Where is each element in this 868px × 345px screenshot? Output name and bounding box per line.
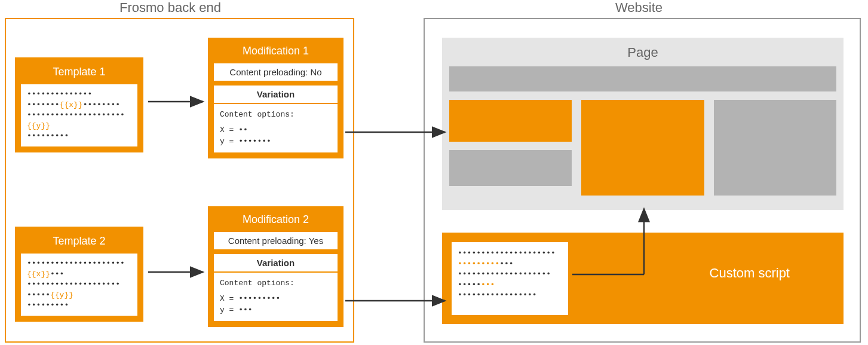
page-banner: [449, 66, 836, 91]
template-2-title: Template 2: [21, 233, 137, 254]
template-2-code: ••••••••••••••••••••• {{x}}••• •••••••••…: [21, 254, 137, 316]
modification-1-options: Content options: X = •• y = •••••••: [214, 103, 338, 152]
page-slot-1: [449, 100, 572, 142]
modification-1-title: Modification 1: [214, 44, 338, 63]
custom-script-title: Custom script: [710, 265, 790, 281]
page-slot-4: [714, 100, 836, 196]
template-1: Template 1 •••••••••••••• •••••••{{x}}••…: [15, 57, 143, 152]
template-1-code: •••••••••••••• •••••••{{x}}•••••••• ••••…: [21, 84, 137, 146]
modification-2-preloading: Content preloading: Yes: [214, 232, 338, 249]
page-slot-3: [581, 100, 704, 196]
backend-title: Frosmo back end: [119, 0, 221, 16]
custom-script-output: ••••••••••••••••••••• •••••••••••• •••••…: [452, 242, 568, 315]
page-title: Page: [449, 45, 836, 60]
website-title: Website: [615, 0, 662, 16]
template-1-title: Template 1: [21, 63, 137, 84]
modification-1-preloading: Content preloading: No: [214, 63, 338, 81]
page-mock: Page: [442, 38, 844, 210]
modification-1: Modification 1 Content preloading: No Va…: [208, 38, 343, 158]
template-2: Template 2 ••••••••••••••••••••• {{x}}••…: [15, 227, 143, 322]
modification-2-title: Modification 2: [214, 212, 338, 232]
modification-2-variation: Variation: [214, 254, 338, 271]
modification-2: Modification 2 Content preloading: Yes V…: [208, 206, 343, 327]
modification-2-options: Content options: X = ••••••••• y = •••: [214, 271, 338, 321]
page-slot-2: [449, 150, 572, 186]
custom-script: ••••••••••••••••••••• •••••••••••• •••••…: [442, 233, 844, 324]
modification-1-variation: Variation: [214, 86, 338, 103]
